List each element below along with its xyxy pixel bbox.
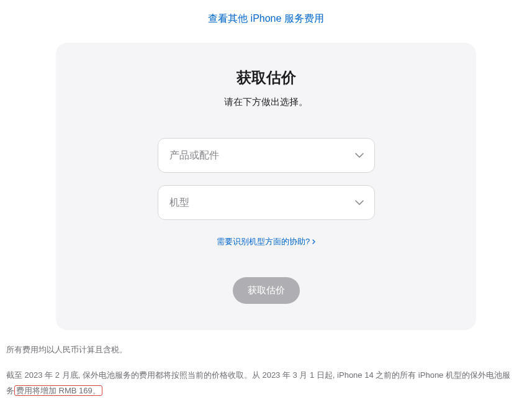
card-title: 获取估价 bbox=[87, 68, 445, 88]
card-subtitle: 请在下方做出选择。 bbox=[87, 96, 445, 108]
estimate-card: 获取估价 请在下方做出选择。 产品或配件 机型 需要识别机型方面的协助? 获取估… bbox=[56, 43, 476, 330]
help-link-text: 需要识别机型方面的协助? bbox=[217, 236, 310, 247]
get-estimate-button[interactable]: 获取估价 bbox=[233, 277, 300, 304]
view-other-services-link[interactable]: 查看其他 iPhone 服务费用 bbox=[6, 0, 526, 43]
price-increase-highlight: 费用将增加 RMB 169。 bbox=[14, 385, 102, 396]
footer-note-prefix: 务 bbox=[6, 386, 14, 395]
product-accessory-select[interactable]: 产品或配件 bbox=[158, 138, 375, 173]
identify-model-help-link[interactable]: 需要识别机型方面的协助? bbox=[217, 236, 315, 247]
footer-note-part1: 截至 2023 年 2 月底, 保外电池服务的费用都将按照当前的价格收取。从 2… bbox=[6, 370, 510, 380]
footer-price-note: 截至 2023 年 2 月底, 保外电池服务的费用都将按照当前的价格收取。从 2… bbox=[6, 363, 526, 398]
chevron-right-icon bbox=[312, 239, 315, 244]
model-select[interactable]: 机型 bbox=[158, 185, 375, 220]
footer-tax-note: 所有费用均以人民币计算且含税。 bbox=[6, 342, 526, 363]
